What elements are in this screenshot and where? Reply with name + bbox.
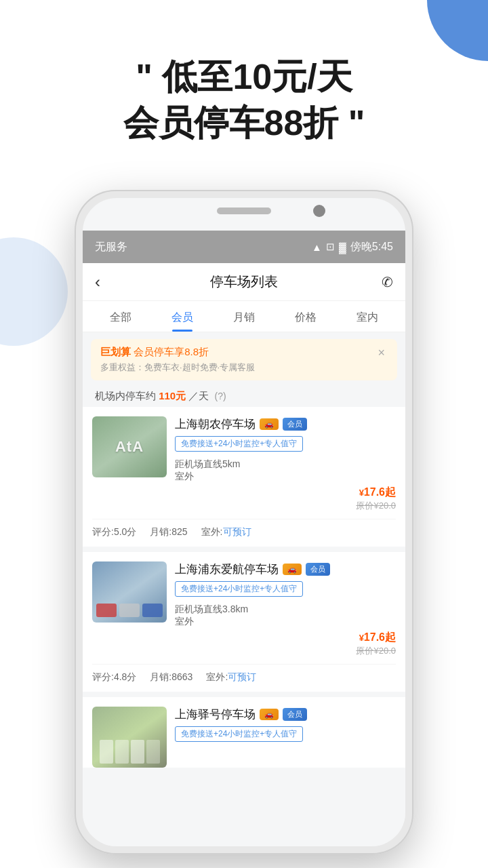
tab-member[interactable]: 会员 <box>151 301 213 332</box>
parking-image <box>92 561 167 623</box>
parking-price: ¥17.6起 原价¥20.0 <box>175 486 396 512</box>
promo-subtitle: 多重权益：免费车衣·超时免费·专属客服 <box>100 361 255 374</box>
vip-badge: 🚗 <box>283 564 302 575</box>
price-original: 原价¥20.0 <box>175 645 396 657</box>
page-title: 停车场列表 <box>115 273 373 291</box>
parking-details: 距机场直线5km 室外 <box>175 458 396 483</box>
headline-line2: 会员停车88折 <box>123 103 339 142</box>
parking-lot-item[interactable]: 上海浦东爱航停车场 🚗 会员 免费接送+24小时监控+专人值守 距机场直线3.8… <box>83 552 405 692</box>
phone-camera <box>313 205 325 217</box>
tab-price[interactable]: 价格 <box>275 301 337 332</box>
monthly-sales: 月销:8663 <box>150 671 192 684</box>
parking-name: 上海驿号停车场 <box>175 707 256 722</box>
tab-all[interactable]: 全部 <box>89 301 151 332</box>
network-icon: ⊡ <box>326 241 335 253</box>
headline-text: " 低至10元/天 会员停车88折 " <box>0 54 488 146</box>
member-badge: 会员 <box>283 708 307 721</box>
quote-open: " <box>136 57 152 96</box>
signal-status: 无服务 <box>95 240 127 254</box>
outdoor-status: 室外:可预订 <box>201 526 251 538</box>
parking-info: 上海朝农停车场 🚗 会员 免费接送+24小时监控+专人值守 距机场直线5km 室… <box>175 416 396 512</box>
parking-name-row: 上海浦东爱航停车场 🚗 会员 <box>175 561 396 577</box>
headline-line1: 低至10元/天 <box>162 57 352 96</box>
price-main: ¥17.6起 <box>175 631 396 645</box>
promo-title: 巨划算 会员停车享8.8折 <box>100 346 255 359</box>
rating: 评分:5.0分 <box>92 526 136 538</box>
headline-section: " 低至10元/天 会员停车88折 " <box>0 54 488 146</box>
parking-name: 上海浦东爱航停车场 <box>175 561 279 577</box>
app-content: ‹ 停车场列表 ✆ 全部 会员 月销 价格 <box>83 263 405 846</box>
parking-info: 上海浦东爱航停车场 🚗 会员 免费接送+24小时监控+专人值守 距机场直线3.8… <box>175 561 396 657</box>
phone-outer-shell: 无服务 ▲ ⊡ ▓ 傍晚5:45 ‹ 停车场列表 ✆ <box>75 190 413 854</box>
promo-content: 巨划算 会员停车享8.8折 多重权益：免费车衣·超时免费·专属客服 <box>100 346 255 374</box>
parking-main-content: 上海驿号停车场 🚗 会员 免费接送+24小时监控+专人值守 <box>92 707 396 768</box>
vip-badge: 🚗 <box>260 418 279 430</box>
monthly-sales: 月销:825 <box>150 526 187 538</box>
back-button[interactable]: ‹ <box>95 273 115 292</box>
parking-name: 上海朝农停车场 <box>175 416 256 432</box>
tab-indoor[interactable]: 室内 <box>337 301 399 332</box>
promo-discount-text: 会员停车享8.8折 <box>134 346 209 357</box>
bookable-status[interactable]: 可预订 <box>223 526 251 537</box>
parking-details: 距机场直线3.8km 室外 <box>175 604 396 628</box>
battery-icon: ▓ <box>339 241 346 253</box>
parking-image <box>92 707 167 768</box>
feature-tag: 免费接送+24小时监控+专人值守 <box>175 726 303 742</box>
parking-name-row: 上海朝农停车场 🚗 会员 <box>175 416 396 432</box>
parking-footer: 评分:5.0分 月销:825 室外:可预订 <box>92 519 396 547</box>
tab-monthly[interactable]: 月销 <box>213 301 274 332</box>
feature-tag: 免费接送+24小时监控+专人值守 <box>175 581 303 597</box>
promo-banner: 巨划算 会员停车享8.8折 多重权益：免费车衣·超时免费·专属客服 × <box>91 339 397 380</box>
phone-mockup: 无服务 ▲ ⊡ ▓ 傍晚5:45 ‹ 停车场列表 ✆ <box>75 190 413 854</box>
parking-lot-item[interactable]: 上海驿号停车场 🚗 会员 免费接送+24小时监控+专人值守 <box>83 697 405 768</box>
bg-decoration-mid-left <box>0 237 68 346</box>
promo-close-button[interactable]: × <box>375 346 388 360</box>
app-header: ‹ 停车场列表 ✆ <box>83 263 405 301</box>
rating: 评分:4.8分 <box>92 671 136 684</box>
phone-button[interactable]: ✆ <box>373 274 393 290</box>
quote-close: " <box>348 103 365 142</box>
promo-brand: 巨划算 <box>100 346 131 357</box>
parking-price: ¥17.6起 原价¥20.0 <box>175 631 396 657</box>
status-time: 傍晚5:45 <box>350 240 393 254</box>
status-bar: 无服务 ▲ ⊡ ▓ 傍晚5:45 <box>83 231 405 263</box>
outdoor-status: 室外:可预订 <box>206 671 256 684</box>
phone-speaker <box>217 208 271 214</box>
bookable-status[interactable]: 可预订 <box>228 671 256 682</box>
parking-image: AtA <box>92 416 167 477</box>
feature-tag: 免费接送+24小时监控+专人值守 <box>175 436 303 452</box>
price-original: 原价¥20.0 <box>175 500 396 512</box>
ata-text: AtA <box>115 438 144 456</box>
parking-footer: 评分:4.8分 月销:8663 室外:可预订 <box>92 664 396 692</box>
phone-screen: 无服务 ▲ ⊡ ▓ 傍晚5:45 ‹ 停车场列表 ✆ <box>83 198 405 846</box>
airport-info: 机场内停车约 110元 ／天 (?) <box>83 384 405 407</box>
filter-tabs: 全部 会员 月销 价格 室内 <box>83 301 405 332</box>
info-question-icon[interactable]: (?) <box>215 391 226 401</box>
parking-info: 上海驿号停车场 🚗 会员 免费接送+24小时监控+专人值守 <box>175 707 396 768</box>
price-main: ¥17.6起 <box>175 486 396 500</box>
status-right-group: ▲ ⊡ ▓ 傍晚5:45 <box>312 240 393 254</box>
vip-badge: 🚗 <box>260 709 279 720</box>
parking-lot-item[interactable]: AtA 上海朝农停车场 🚗 会员 免费接送+24小时监控+专人值守 <box>83 407 405 547</box>
member-badge: 会员 <box>283 418 307 431</box>
parking-name-row: 上海驿号停车场 🚗 会员 <box>175 707 396 722</box>
wifi-icon: ▲ <box>312 241 322 253</box>
member-badge: 会员 <box>306 563 330 576</box>
bg-decoration-top-right <box>427 0 488 61</box>
parking-main-content: AtA 上海朝农停车场 🚗 会员 免费接送+24小时监控+专人值守 <box>92 416 396 512</box>
parking-main-content: 上海浦东爱航停车场 🚗 会员 免费接送+24小时监控+专人值守 距机场直线3.8… <box>92 561 396 657</box>
